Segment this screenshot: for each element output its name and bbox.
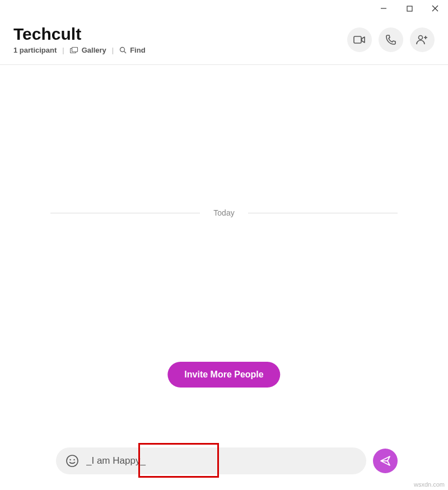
send-button[interactable]	[373, 449, 398, 473]
message-input-container[interactable]	[56, 447, 366, 474]
svg-point-6	[120, 48, 125, 52]
phone-icon	[385, 34, 396, 45]
svg-point-9	[419, 35, 423, 39]
svg-rect-5	[72, 47, 77, 52]
svg-point-14	[73, 459, 74, 460]
emoji-button[interactable]	[63, 451, 82, 470]
separator: |	[60, 46, 66, 54]
video-icon	[353, 35, 366, 44]
chat-messages-area: Today Invite More People	[0, 65, 448, 422]
chat-subheader: 1 participant | Gallery | Find	[13, 46, 347, 54]
add-person-icon	[416, 34, 428, 45]
message-input[interactable]	[86, 455, 355, 466]
close-button[interactable]	[422, 0, 448, 17]
watermark: wsxdn.com	[414, 481, 445, 488]
svg-point-12	[67, 455, 78, 466]
video-call-button[interactable]	[347, 27, 372, 52]
svg-line-7	[124, 52, 127, 54]
svg-point-13	[69, 459, 71, 460]
smiley-icon	[66, 454, 79, 468]
message-composer	[0, 447, 448, 474]
separator: |	[110, 46, 116, 54]
add-participant-button[interactable]	[410, 27, 435, 52]
invite-more-people-button[interactable]: Invite More People	[167, 362, 280, 388]
svg-rect-1	[407, 6, 412, 11]
send-icon	[380, 455, 391, 466]
gallery-icon	[70, 47, 78, 54]
date-label: Today	[200, 208, 248, 217]
chat-title: Techcult	[13, 25, 347, 44]
minimize-button[interactable]	[371, 0, 396, 17]
search-icon	[119, 46, 127, 54]
maximize-button[interactable]	[396, 0, 422, 17]
audio-call-button[interactable]	[379, 27, 403, 52]
gallery-link[interactable]: Gallery	[82, 46, 106, 54]
divider-line	[248, 213, 398, 213]
participants-count[interactable]: 1 participant	[13, 46, 57, 54]
chat-header: Techcult 1 participant | Gallery | Find	[0, 17, 448, 65]
svg-rect-8	[354, 36, 361, 43]
divider-line	[50, 213, 200, 213]
find-link[interactable]: Find	[130, 46, 145, 54]
window-titlebar	[0, 0, 448, 17]
date-divider: Today	[0, 208, 448, 217]
